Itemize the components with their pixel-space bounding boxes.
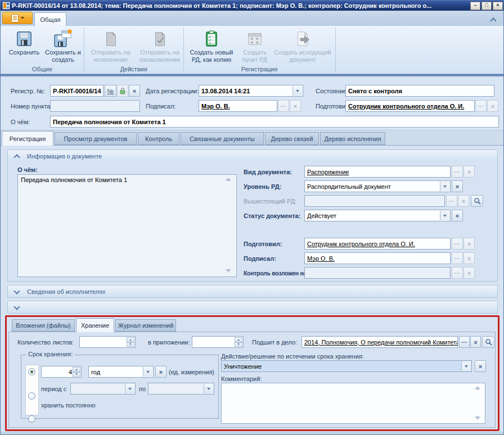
close-button[interactable]: × bbox=[493, 2, 503, 10]
magnifier-icon bbox=[474, 197, 481, 205]
preparer-field[interactable]: Сотрудник контрольного отдела О. И. bbox=[345, 100, 475, 112]
item-no-field[interactable] bbox=[50, 100, 140, 112]
application-window: P-RKIT-00016/14 от 13.08.2014; тема: Пер… bbox=[0, 0, 504, 435]
docinfo-preparer-clear-button: × bbox=[464, 238, 475, 250]
clear-reg-no-button[interactable]: × bbox=[129, 85, 140, 97]
rd-level-clear-button[interactable]: × bbox=[452, 180, 463, 192]
period-to-combo[interactable] bbox=[148, 383, 214, 395]
spinner-buttons[interactable] bbox=[235, 337, 242, 347]
doc-kind-field[interactable]: Распоряжение bbox=[304, 166, 451, 178]
scroll-up-icon[interactable] bbox=[226, 178, 231, 181]
save-and-create-button[interactable]: Сохранить и создать bbox=[44, 29, 82, 64]
spinner-buttons[interactable] bbox=[73, 367, 80, 377]
control-on-browse-button[interactable]: … bbox=[452, 267, 463, 279]
document-info-header[interactable]: Информация о документе bbox=[8, 150, 497, 162]
docinfo-signer-field[interactable]: Мэр О. В. bbox=[304, 252, 451, 264]
chevron-up-icon bbox=[14, 154, 20, 160]
filed-search-button[interactable] bbox=[482, 336, 494, 348]
expiry-action-clear-button[interactable]: × bbox=[475, 360, 486, 372]
signer-browse-button[interactable]: … bbox=[278, 100, 289, 112]
appendix-label: в приложении: bbox=[148, 339, 190, 346]
docinfo-signer-browse-button[interactable]: … bbox=[452, 252, 463, 264]
chevron-down-icon[interactable] bbox=[204, 384, 213, 393]
scroll-up-icon[interactable] bbox=[475, 386, 480, 389]
create-rd-item-button: Создать пункт РД bbox=[239, 29, 271, 64]
number-button[interactable]: № bbox=[105, 85, 116, 97]
term-unit-clear-button[interactable]: × bbox=[155, 366, 166, 378]
tab-change-log[interactable]: Журнал изменений bbox=[115, 319, 176, 332]
lock-button[interactable] bbox=[117, 85, 128, 97]
document-info-title: Информация о документе bbox=[27, 153, 102, 160]
radio-fixed-term[interactable] bbox=[28, 368, 35, 375]
scroll-down-icon[interactable] bbox=[475, 416, 480, 420]
reg-date-combo[interactable]: 13.08.2014 14:21 bbox=[199, 85, 303, 97]
create-rd-copy-button[interactable]: Создать новый РД, как копию bbox=[185, 29, 238, 64]
tab-linked-documents[interactable]: Связанные документы bbox=[181, 132, 264, 145]
executors-section[interactable]: Сведения об исполнителях bbox=[7, 285, 498, 298]
signer-field[interactable]: Мэр О. В. bbox=[199, 100, 277, 112]
ellipsis-icon: … bbox=[448, 198, 455, 201]
close-icon: × bbox=[479, 364, 482, 369]
unit-hint-label: (ед. измерения) bbox=[169, 369, 214, 375]
application-menu-button[interactable] bbox=[2, 12, 33, 24]
preparer-browse-button[interactable]: … bbox=[475, 100, 487, 112]
tab-view-documents[interactable]: Просмотр документов bbox=[55, 132, 137, 145]
radio-period[interactable] bbox=[28, 392, 35, 400]
collapse-ribbon-icon[interactable] bbox=[491, 16, 496, 24]
comment-textarea[interactable] bbox=[221, 383, 485, 424]
keep-forever-label: хранить постоянно bbox=[41, 402, 96, 409]
ellipsis-icon: … bbox=[454, 241, 461, 244]
filed-browse-button[interactable]: … bbox=[459, 336, 470, 348]
rd-level-combo[interactable]: Распорядительный документ bbox=[304, 180, 451, 192]
chevron-down-icon[interactable] bbox=[440, 211, 449, 220]
filed-field[interactable]: 2014, Полномочия, О передачи полномочий … bbox=[302, 336, 458, 348]
chevron-down-icon[interactable] bbox=[461, 361, 471, 371]
sheets-spinner[interactable] bbox=[79, 336, 136, 348]
ellipsis-icon: … bbox=[454, 169, 461, 172]
tab-attachments[interactable]: Вложения (файлы) bbox=[12, 319, 75, 332]
doc-kind-browse-button[interactable]: … bbox=[452, 166, 463, 178]
subject-field[interactable]: Передача полномочия от Комитета 1 bbox=[50, 116, 499, 128]
collapsed-section[interactable] bbox=[7, 301, 498, 314]
chevron-down-icon[interactable] bbox=[292, 86, 302, 96]
docinfo-preparer-browse-button[interactable]: … bbox=[452, 238, 463, 250]
close-icon: × bbox=[456, 213, 459, 219]
send-to-review-button: Отправить на ознакомление bbox=[137, 29, 183, 64]
spinner-buttons[interactable] bbox=[127, 337, 134, 347]
period-from-combo[interactable] bbox=[70, 383, 136, 395]
scroll-down-icon[interactable] bbox=[226, 269, 231, 273]
rd-level-label: Уровень РД: bbox=[244, 183, 281, 190]
parent-rd-search-button[interactable] bbox=[471, 195, 483, 207]
close-icon: × bbox=[462, 198, 465, 204]
filed-clear-button[interactable]: × bbox=[470, 336, 481, 348]
tab-storage[interactable]: Хранение bbox=[76, 318, 114, 332]
reg-no-field[interactable]: P-RKIT-00016/14 bbox=[50, 85, 104, 97]
ellipsis-icon: … bbox=[454, 255, 461, 259]
appendix-spinner[interactable] bbox=[192, 336, 244, 348]
chevron-down-icon[interactable] bbox=[440, 182, 449, 191]
tab-registration[interactable]: Регистрация bbox=[2, 131, 53, 146]
doc-status-clear-button[interactable]: × bbox=[452, 210, 463, 221]
control-on-field[interactable] bbox=[304, 267, 451, 279]
docinfo-subject-textarea[interactable]: Передача полномочия от Комитета 1 bbox=[17, 174, 237, 277]
parent-rd-field[interactable] bbox=[304, 195, 445, 207]
tab-link-tree[interactable]: Дерево связей bbox=[265, 132, 319, 145]
term-count-spinner[interactable]: 4 bbox=[41, 366, 82, 378]
term-unit-combo[interactable]: год bbox=[88, 366, 154, 378]
chevron-down-icon[interactable] bbox=[143, 367, 152, 377]
expiry-action-combo[interactable]: Уничтожение bbox=[221, 360, 472, 372]
expiry-action-label: Действие/решение по истечении срока хран… bbox=[221, 353, 364, 360]
maximize-button[interactable]: □ bbox=[482, 2, 492, 10]
chevron-down-icon[interactable] bbox=[125, 384, 134, 393]
save-button[interactable]: Сохранить bbox=[4, 29, 44, 56]
radio-keep-forever[interactable] bbox=[28, 415, 35, 423]
docinfo-preparer-field[interactable]: Сотрудник контрольного отдела О. И. bbox=[304, 238, 451, 250]
minimize-button[interactable]: – bbox=[470, 2, 480, 10]
tab-execution-tree[interactable]: Дерево исполнения bbox=[320, 132, 385, 145]
executors-section-title: Сведения об исполнителях bbox=[27, 288, 105, 295]
doc-status-combo[interactable]: Действует bbox=[304, 210, 451, 221]
tab-control[interactable]: Контроль bbox=[138, 132, 179, 145]
subject-label: О чём: bbox=[11, 119, 30, 125]
close-icon: × bbox=[467, 169, 471, 175]
ribbon-tab-general[interactable]: Общая bbox=[34, 12, 66, 26]
